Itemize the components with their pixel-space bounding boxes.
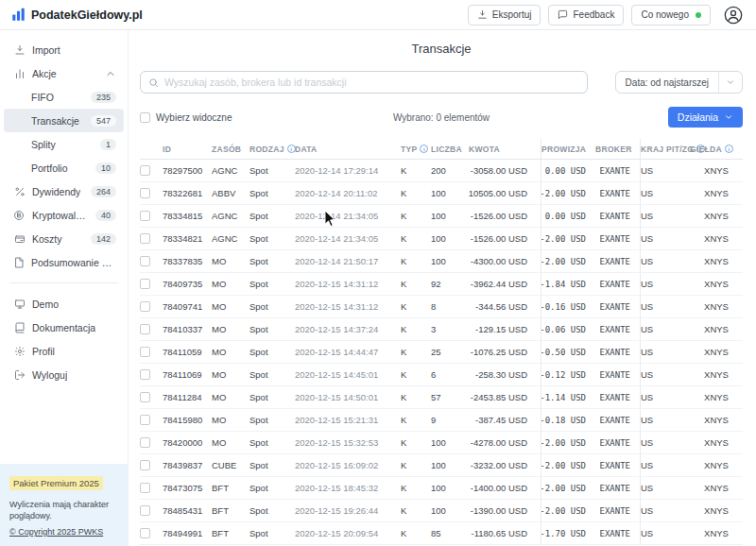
row-checkbox[interactable] <box>140 301 150 312</box>
sidebar-item-profil[interactable]: Profil <box>4 339 124 363</box>
cell-kwota: -1180.65 USD <box>469 522 541 544</box>
row-checkbox[interactable] <box>140 505 150 516</box>
search-input[interactable] <box>164 77 579 88</box>
row-select-cell <box>140 364 163 385</box>
column-header-prowizja[interactable]: PROWIZJA <box>541 139 595 159</box>
column-header-broker[interactable]: BROKER <box>595 139 641 159</box>
user-avatar-button[interactable] <box>722 4 745 26</box>
row-checkbox[interactable] <box>140 233 150 244</box>
table-row[interactable]: 78439837CUBESpot2020-12-15 16:09:02K100-… <box>140 454 743 477</box>
row-checkbox[interactable] <box>140 528 150 538</box>
row-checkbox[interactable] <box>140 165 150 176</box>
cell-kwota: -1526.00 USD <box>469 228 541 249</box>
column-header-id[interactable]: ID <box>163 139 212 159</box>
table-row[interactable]: 78322681ABBVSpot2020-12-14 20:11:02K100-… <box>140 182 743 205</box>
table-row[interactable]: 78485431BFTSpot2020-12-15 19:26:44K100-1… <box>140 500 743 522</box>
cell-rodzaj: Spot <box>249 341 295 363</box>
sidebar-item-dokumentacja[interactable]: Dokumentacja <box>4 316 124 339</box>
count-badge: 235 <box>91 92 116 103</box>
select-visible-control[interactable]: Wybierz widoczne <box>140 112 232 123</box>
table-row[interactable]: 78494991BFTSpot2020-12-15 20:09:54K85-11… <box>140 522 743 545</box>
copyright-link[interactable]: © Copyright 2025 PWKS <box>9 527 103 537</box>
cell-kwota: -3962.44 USD <box>469 273 541 295</box>
table-row[interactable]: 78297500AGNCSpot2020-12-14 17:29:14K200-… <box>140 160 743 182</box>
cell-zasob: BFT <box>212 500 249 521</box>
column-header-kwota[interactable]: KWOTA <box>469 139 541 159</box>
cell-zasob: AGNC <box>212 160 249 181</box>
column-header-select <box>140 139 163 159</box>
row-select-cell <box>140 160 163 181</box>
cell-zasob: MO <box>212 273 249 295</box>
row-checkbox[interactable] <box>140 188 150 198</box>
table-row[interactable]: 78409735MOSpot2020-12-15 14:31:12K92-396… <box>140 273 743 296</box>
row-checkbox[interactable] <box>140 415 150 425</box>
cell-data: 2020-12-15 19:26:44 <box>295 500 401 521</box>
row-checkbox[interactable] <box>140 460 150 470</box>
row-checkbox[interactable] <box>140 392 150 402</box>
cell-rodzaj: Spot <box>249 273 295 295</box>
row-checkbox[interactable] <box>140 324 150 334</box>
row-checkbox[interactable] <box>140 211 150 221</box>
column-header-rodzaj[interactable]: RODZAJi <box>249 139 295 159</box>
cell-kraj-pitzg: US <box>641 250 690 272</box>
cell-data: 2020-12-14 21:50:17 <box>295 250 401 272</box>
column-header-zasob[interactable]: ZASÓB <box>212 139 249 159</box>
column-header-typ[interactable]: TYPi <box>401 139 431 159</box>
search-box[interactable] <box>140 71 588 94</box>
cell-kraj-pitzg: US <box>641 364 690 385</box>
sidebar-item-akcje[interactable]: Akcje <box>4 61 124 85</box>
premium-badge[interactable]: Pakiet Premium 2025 <box>9 476 103 490</box>
table-row[interactable]: 78415980MOSpot2020-12-15 15:21:31K9-387.… <box>140 409 743 432</box>
count-badge: 10 <box>95 162 116 174</box>
feedback-button[interactable]: Feedback <box>548 5 624 26</box>
cell-liczba: 100 <box>431 205 469 227</box>
sidebar-item-koszty[interactable]: Koszty142 <box>4 227 124 250</box>
sidebar-item-fifo[interactable]: FIFO235 <box>4 85 124 109</box>
row-checkbox[interactable] <box>140 437 150 448</box>
table-row[interactable]: 78410337MOSpot2020-12-15 14:37:24K3-129.… <box>140 318 743 341</box>
cell-broker: EXANTE <box>595 250 641 272</box>
table-row[interactable]: 78334821AGNCSpot2020-12-14 21:34:05K100-… <box>140 228 743 250</box>
table-row[interactable]: 78411284MOSpot2020-12-15 14:50:01K57-245… <box>140 386 743 409</box>
column-header-gielda[interactable]: GIEŁDAi <box>690 139 743 159</box>
row-checkbox[interactable] <box>140 369 150 380</box>
column-header-liczba[interactable]: LICZBA <box>431 139 469 159</box>
table-row[interactable]: 78337835MOSpot2020-12-14 21:50:17K100-43… <box>140 250 743 273</box>
sidebar-item-dywidendy[interactable]: Dywidendy264 <box>4 179 124 203</box>
whats-new-button[interactable]: Co nowego <box>631 5 711 26</box>
table-row[interactable]: 78409741MOSpot2020-12-15 14:31:12K8-344.… <box>140 296 743 318</box>
sidebar-item-podsumowanie-pit-38[interactable]: Podsumowanie PIT-38 <box>4 250 124 274</box>
sidebar-item-import[interactable]: Import <box>4 38 124 61</box>
actions-button[interactable]: Działania <box>668 107 743 128</box>
sidebar-item-transakcje[interactable]: Transakcje547 <box>4 109 124 132</box>
sidebar-item-label: Wyloguj <box>32 369 67 381</box>
table-row[interactable]: 78411059MOSpot2020-12-15 14:44:47K25-107… <box>140 341 743 364</box>
column-header-kraj-pitzg[interactable]: KRAJ PIT/ZGi <box>641 139 690 159</box>
brand[interactable]: PodatekGiełdowy.pl <box>11 8 143 22</box>
select-visible-checkbox[interactable] <box>140 112 150 123</box>
cell-gielda: XNYS <box>690 341 743 363</box>
sidebar-item-kryptowaluty[interactable]: Kryptowaluty40 <box>4 203 124 227</box>
brand-logo-icon <box>11 8 26 22</box>
page-title: Transakcje <box>140 42 743 56</box>
sort-dropdown[interactable]: Data: od najstarszej <box>615 71 743 94</box>
sidebar-item-wyloguj[interactable]: Wyloguj <box>4 363 124 386</box>
row-checkbox[interactable] <box>140 347 150 357</box>
row-checkbox[interactable] <box>140 483 150 493</box>
cell-kwota: -2453.85 USD <box>469 386 541 408</box>
sidebar-item-portfolio[interactable]: Portfolio10 <box>4 156 124 179</box>
cell-kraj-pitzg: US <box>641 500 690 521</box>
sidebar-item-demo[interactable]: Demo <box>4 292 124 316</box>
table-row[interactable]: 78420000MOSpot2020-12-15 15:32:53K100-42… <box>140 432 743 454</box>
row-checkbox[interactable] <box>140 279 150 289</box>
sidebar-item-splity[interactable]: Splity1 <box>4 132 124 156</box>
cell-kraj-pitzg: US <box>641 341 690 363</box>
table-row[interactable]: 78473075BFTSpot2020-12-15 18:45:32K100-1… <box>140 477 743 500</box>
table-row[interactable]: 78334815AGNCSpot2020-12-14 21:34:05K100-… <box>140 205 743 228</box>
cell-broker: EXANTE <box>595 477 641 499</box>
main-content: Transakcje Data: od najstarszej <box>129 30 756 546</box>
column-header-data[interactable]: DATA <box>295 139 401 159</box>
table-row[interactable]: 78411069MOSpot2020-12-15 14:45:01K6-258.… <box>140 364 743 386</box>
export-button[interactable]: Eksportuj <box>468 5 541 26</box>
row-checkbox[interactable] <box>140 256 150 266</box>
